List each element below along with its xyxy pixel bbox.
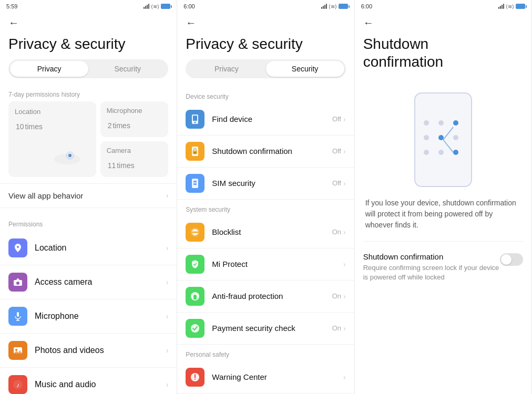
svg-point-19 bbox=[195, 121, 196, 123]
photos-icon bbox=[8, 341, 27, 360]
dot-3-2 bbox=[438, 150, 444, 155]
toggle-text: Shutdown confirmation Require confirming… bbox=[363, 252, 500, 282]
find-device-icon bbox=[186, 110, 204, 129]
perm-microphone-chevron: › bbox=[166, 312, 169, 320]
svg-rect-23 bbox=[193, 181, 197, 185]
status-icons-2: ⟨≋⟩ bbox=[321, 4, 348, 9]
wifi-icon: ⟨≋⟩ bbox=[151, 4, 159, 9]
mi-protect-item[interactable]: Mi Protect › bbox=[177, 248, 354, 281]
perm-location-label: Location bbox=[35, 243, 166, 253]
sim-label: SIM security bbox=[212, 179, 332, 188]
warning-item[interactable]: Warning Center › bbox=[177, 361, 354, 393]
sim-item[interactable]: SIM security Off › bbox=[177, 168, 354, 200]
anti-fraud-status: On › bbox=[332, 292, 346, 300]
svg-text:♪: ♪ bbox=[16, 381, 19, 389]
system-security-label: System security bbox=[177, 200, 354, 216]
blocklist-status: On › bbox=[332, 228, 346, 236]
shutdown-status: Off › bbox=[332, 147, 346, 155]
sim-icon bbox=[186, 174, 204, 193]
mi-protect-chevron: › bbox=[343, 260, 346, 268]
camera-icon bbox=[8, 273, 27, 292]
device-security-label: Device security bbox=[177, 87, 354, 103]
phone-illustration bbox=[363, 77, 523, 198]
perm-camera[interactable]: Access camera › bbox=[0, 265, 177, 299]
dot-1-2 bbox=[438, 120, 444, 126]
history-cards: Location 10times Microphone bbox=[0, 101, 177, 183]
svg-point-33 bbox=[195, 379, 196, 380]
perm-location[interactable]: Location › bbox=[0, 231, 177, 265]
blocklist-icon bbox=[186, 223, 204, 242]
personal-safety-label: Personal safety bbox=[177, 345, 354, 361]
tab-privacy-1[interactable]: Privacy bbox=[10, 61, 88, 77]
anti-fraud-chevron: › bbox=[343, 292, 346, 300]
blocklist-chevron: › bbox=[343, 228, 346, 236]
perm-photos[interactable]: Photos and videos › bbox=[0, 334, 177, 368]
anti-fraud-label: Anti-fraud protection bbox=[212, 292, 332, 300]
perm-camera-label: Access camera bbox=[35, 277, 166, 287]
dot-2-1 bbox=[424, 135, 429, 140]
perm-location-chevron: › bbox=[166, 244, 169, 252]
back-button-3[interactable]: ← bbox=[355, 13, 531, 33]
back-button-2[interactable]: ← bbox=[177, 13, 354, 33]
dot-3-1 bbox=[424, 150, 429, 155]
svg-point-5 bbox=[17, 246, 19, 248]
signal-icon bbox=[144, 4, 149, 9]
warning-icon bbox=[186, 368, 204, 387]
status-bar-2: 6:00 ⟨≋⟩ bbox=[177, 0, 354, 13]
toggle-subtitle: Require confirming screen lock if your d… bbox=[363, 263, 500, 282]
dot-1-1 bbox=[424, 120, 429, 126]
microphone-icon bbox=[8, 307, 27, 326]
panel1-scroll: 7-day permissions history Location 10tim… bbox=[0, 87, 177, 394]
perm-microphone[interactable]: Microphone › bbox=[0, 299, 177, 334]
payment-icon bbox=[186, 319, 204, 338]
shutdown-icon: 🔒 bbox=[186, 142, 204, 161]
svg-point-13 bbox=[15, 349, 17, 351]
mic-card: Microphone 2times bbox=[100, 101, 169, 137]
camera-card-count: 11times bbox=[107, 155, 162, 172]
shutdown-chevron: › bbox=[343, 147, 346, 155]
camera-card: Camera 11times bbox=[100, 141, 169, 177]
perm-microphone-label: Microphone bbox=[35, 312, 166, 321]
status-icons-1: ⟨≋⟩ bbox=[144, 4, 170, 9]
security-list: Device security Find device Off › 🔒 Shut… bbox=[177, 87, 354, 394]
history-section-label: 7-day permissions history bbox=[0, 87, 177, 101]
view-all-behavior[interactable]: View all app behavior › bbox=[0, 183, 177, 208]
find-device-status: Off › bbox=[332, 115, 346, 123]
svg-point-31 bbox=[191, 324, 199, 333]
payment-label: Payment security check bbox=[212, 324, 332, 333]
battery-icon bbox=[161, 4, 170, 9]
music-icon: ♪ bbox=[8, 375, 27, 394]
wifi-icon-3: ⟨≋⟩ bbox=[506, 4, 514, 9]
anti-fraud-item[interactable]: Anti-fraud protection On › bbox=[177, 281, 354, 313]
status-bar-3: 6:00 ⟨≋⟩ bbox=[355, 0, 531, 13]
page-title-1: Privacy & security bbox=[0, 33, 177, 59]
find-device-label: Find device bbox=[212, 115, 332, 123]
tab-security-1[interactable]: Security bbox=[88, 61, 167, 77]
back-button-1[interactable]: ← bbox=[0, 13, 177, 33]
shutdown-toggle[interactable] bbox=[500, 253, 523, 266]
signal-icon-2 bbox=[321, 4, 327, 9]
wifi-icon-2: ⟨≋⟩ bbox=[329, 4, 337, 9]
dot-2-2 bbox=[438, 135, 444, 140]
warning-label: Warning Center bbox=[212, 372, 341, 381]
toggle-row: Shutdown confirmation Require confirming… bbox=[363, 250, 523, 291]
page-title-2: Privacy & security bbox=[177, 33, 354, 59]
permissions-label: Permissions bbox=[0, 216, 177, 231]
tab-security-2[interactable]: Security bbox=[266, 61, 344, 77]
shutdown-item[interactable]: 🔒 Shutdown confirmation Off › bbox=[177, 136, 354, 168]
blocklist-item[interactable]: Blocklist On › bbox=[177, 216, 354, 248]
location-card-label: Location bbox=[15, 108, 90, 116]
signal-icon-3 bbox=[498, 4, 504, 9]
pattern-dots bbox=[424, 120, 463, 159]
tab-privacy-2[interactable]: Privacy bbox=[187, 61, 265, 77]
svg-point-7 bbox=[16, 282, 19, 285]
anti-fraud-icon bbox=[186, 287, 204, 306]
location-icon bbox=[8, 239, 27, 257]
perm-music[interactable]: ♪ Music and audio › bbox=[0, 368, 177, 394]
status-bar-1: 5:59 ⟨≋⟩ bbox=[0, 0, 177, 13]
payment-item[interactable]: Payment security check On › bbox=[177, 313, 354, 345]
location-card: Location 10times bbox=[8, 101, 96, 177]
mi-protect-label: Mi Protect bbox=[212, 260, 341, 268]
find-device-item[interactable]: Find device Off › bbox=[177, 103, 354, 136]
svg-rect-30 bbox=[193, 297, 197, 299]
